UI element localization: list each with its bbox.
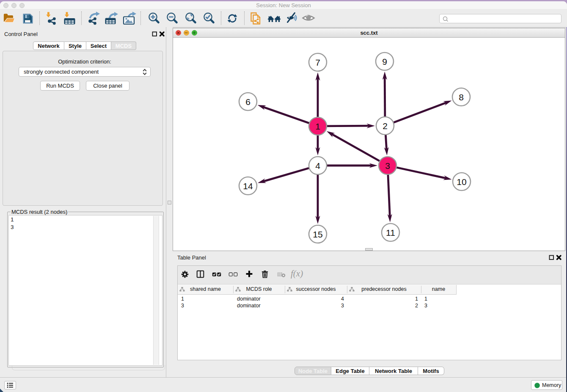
svg-text:10: 10 bbox=[457, 177, 466, 187]
svg-text:14: 14 bbox=[243, 181, 253, 191]
svg-text:9: 9 bbox=[382, 57, 387, 66]
svg-text:1: 1 bbox=[315, 121, 320, 131]
svg-text:6: 6 bbox=[245, 97, 250, 107]
svg-text:7: 7 bbox=[315, 58, 320, 67]
svg-text:15: 15 bbox=[313, 229, 322, 239]
svg-text:4: 4 bbox=[315, 161, 320, 171]
svg-text:3: 3 bbox=[385, 161, 390, 171]
svg-text:8: 8 bbox=[459, 92, 464, 102]
svg-text:11: 11 bbox=[386, 228, 395, 237]
svg-text:2: 2 bbox=[383, 121, 388, 131]
